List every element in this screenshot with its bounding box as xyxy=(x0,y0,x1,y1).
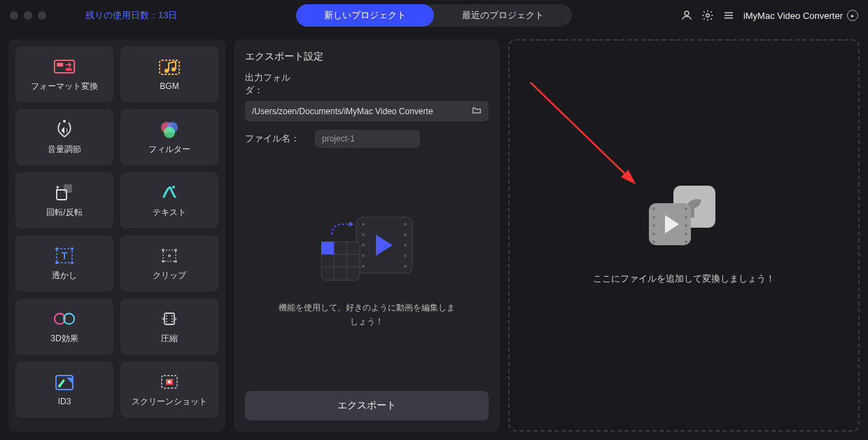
3d-icon xyxy=(53,309,76,329)
rotate-icon xyxy=(53,183,76,202)
svg-point-51 xyxy=(362,254,365,257)
svg-point-21 xyxy=(55,247,58,250)
tool-screenshot[interactable]: スクリーンショット xyxy=(120,362,218,418)
svg-point-1 xyxy=(706,14,710,18)
tool-volume[interactable]: 音量調節 xyxy=(15,109,113,165)
filename-label: ファイル名： xyxy=(245,132,308,145)
svg-point-28 xyxy=(162,260,164,263)
svg-point-71 xyxy=(652,233,655,235)
tab-recent-projects[interactable]: 最近のプロジェクト xyxy=(434,4,572,27)
window-controls xyxy=(10,11,46,20)
folder-browse-icon[interactable] xyxy=(472,105,482,117)
export-illustration: 機能を使用して、好きのように動画を編集しましょう！ xyxy=(245,156,489,383)
svg-point-23 xyxy=(55,261,58,264)
svg-point-24 xyxy=(71,261,74,264)
svg-point-39 xyxy=(172,318,173,319)
tool-bgm[interactable]: BGM xyxy=(120,46,218,102)
tool-text[interactable]: テキスト xyxy=(120,172,218,228)
svg-point-45 xyxy=(168,380,171,383)
tool-label: クリップ xyxy=(153,270,186,282)
account-icon[interactable] xyxy=(680,9,693,22)
dropzone[interactable]: ここにファイルを追加して変換しましょう！ xyxy=(508,39,860,432)
tool-label: BGM xyxy=(160,81,178,91)
minimize-window-button[interactable] xyxy=(24,11,32,20)
svg-point-75 xyxy=(685,224,687,227)
watermark-icon: T xyxy=(53,246,76,266)
tool-compress[interactable]: 圧縮 xyxy=(120,298,218,355)
svg-rect-16 xyxy=(64,184,72,193)
output-folder-path[interactable]: /Users/zoen/Documents/iMyMac Video Conve… xyxy=(245,101,489,121)
svg-rect-6 xyxy=(57,62,63,66)
dropzone-text: ここにファイルを追加して変換しましょう！ xyxy=(593,273,775,285)
tool-label: 透かし xyxy=(52,270,77,282)
tool-id3[interactable]: ID3 xyxy=(15,362,113,418)
svg-point-73 xyxy=(685,207,687,210)
svg-point-69 xyxy=(652,216,655,219)
export-title: エクスポート設定 xyxy=(245,50,489,63)
format-convert-icon xyxy=(53,57,76,76)
export-button[interactable]: エクスポート xyxy=(245,391,489,420)
tool-filter[interactable]: フィルター xyxy=(120,109,218,165)
svg-point-40 xyxy=(172,321,173,322)
svg-point-76 xyxy=(685,233,687,235)
tool-label: スクリーンショット xyxy=(132,396,207,408)
text-icon xyxy=(158,183,181,202)
bgm-icon xyxy=(158,57,181,77)
svg-point-74 xyxy=(685,216,687,219)
id3-icon xyxy=(53,373,76,392)
svg-point-30 xyxy=(168,254,171,257)
settings-icon[interactable] xyxy=(701,9,714,22)
tool-label: ID3 xyxy=(58,397,71,406)
svg-point-36 xyxy=(166,318,167,319)
maximize-window-button[interactable] xyxy=(38,11,46,20)
topbar: 残りの使用日数：13日 新しいプロジェクト 最近のプロジェクト iMyMac V… xyxy=(0,0,868,31)
tool-label: 音量調節 xyxy=(48,144,81,156)
tool-rotate[interactable]: 回転/反転 xyxy=(15,172,113,228)
filename-input[interactable] xyxy=(315,130,420,148)
tool-watermark[interactable]: T透かし xyxy=(15,235,113,291)
compress-icon xyxy=(158,309,181,329)
tool-label: 圧縮 xyxy=(161,333,178,345)
svg-point-29 xyxy=(174,260,177,263)
svg-point-11 xyxy=(63,120,66,123)
svg-point-38 xyxy=(172,315,173,317)
volume-icon xyxy=(53,120,76,139)
svg-point-54 xyxy=(404,233,407,236)
svg-marker-17 xyxy=(57,186,59,188)
svg-point-68 xyxy=(652,207,655,210)
svg-point-14 xyxy=(164,127,175,138)
svg-point-18 xyxy=(172,186,175,188)
svg-marker-64 xyxy=(349,221,354,227)
brand-play-icon: ▸ xyxy=(847,10,858,21)
screenshot-icon xyxy=(158,372,181,392)
svg-point-49 xyxy=(362,233,365,236)
tool-label: フォーマット変換 xyxy=(31,81,98,92)
clip-icon xyxy=(158,246,181,266)
svg-point-35 xyxy=(166,315,167,317)
export-panel: エクスポート設定 出力フォルダ： /Users/zoen/Documents/i… xyxy=(234,39,500,432)
svg-point-0 xyxy=(685,11,689,15)
tool-format-convert[interactable]: フォーマット変換 xyxy=(15,46,113,102)
svg-point-55 xyxy=(404,244,407,247)
tab-new-project[interactable]: 新しいプロジェクト xyxy=(296,4,434,27)
svg-point-48 xyxy=(362,223,365,226)
menu-icon[interactable] xyxy=(722,9,735,22)
tool-3d[interactable]: 3D効果 xyxy=(15,298,113,355)
tool-clip[interactable]: クリップ xyxy=(120,235,218,291)
svg-point-42 xyxy=(58,385,61,387)
output-folder-label: 出力フォルダ： xyxy=(245,71,308,97)
project-tab-switch: 新しいプロジェクト 最近のプロジェクト xyxy=(296,4,572,27)
trial-days-label: 残りの使用日数：13日 xyxy=(85,9,177,22)
export-hint: 機能を使用して、好きのように動画を編集しましょう！ xyxy=(276,301,458,328)
svg-point-37 xyxy=(166,321,167,322)
svg-point-57 xyxy=(404,265,407,268)
tools-sidebar: フォーマット変換BGM音量調節フィルター回転/反転テキストT透かしクリップ3D効… xyxy=(8,39,225,432)
svg-text:T: T xyxy=(62,250,68,261)
tool-label: フィルター xyxy=(148,144,190,156)
dropzone-icon xyxy=(645,186,722,252)
tool-label: 3D効果 xyxy=(50,333,78,345)
tool-label: テキスト xyxy=(153,207,186,219)
svg-point-72 xyxy=(652,240,655,243)
close-window-button[interactable] xyxy=(10,11,18,20)
filter-icon xyxy=(158,120,181,139)
